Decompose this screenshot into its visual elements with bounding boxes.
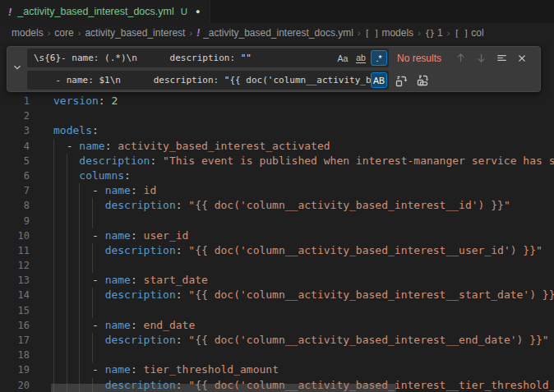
- breadcrumb-item-_activity_based_interest_docs-yml[interactable]: !_activity_based_interest_docs.yml: [196, 27, 353, 39]
- code-token: :: [176, 288, 182, 301]
- line-number: 16: [0, 318, 30, 333]
- regex-button[interactable]: .*: [371, 50, 387, 66]
- code-token: -: [92, 184, 105, 196]
- selection-icon: [496, 52, 508, 64]
- breadcrumb-item-col[interactable]: [ ]col: [454, 27, 483, 39]
- breadcrumb-label: col: [471, 27, 483, 39]
- find-input[interactable]: \s{6}- name: (.*)\n description: "" Aa a…: [27, 48, 389, 67]
- code-line[interactable]: 10 - name: user_id: [0, 228, 554, 243]
- modified-dot-icon[interactable]: ●: [196, 7, 200, 16]
- code-token: columns: [79, 169, 124, 182]
- line-number: 17: [0, 333, 30, 348]
- next-match-button[interactable]: [473, 50, 489, 67]
- breadcrumb-separator: ›: [48, 28, 51, 38]
- code-token: description: [105, 244, 176, 256]
- code-line[interactable]: 15: [0, 303, 554, 318]
- code-token: :: [176, 244, 182, 256]
- editor[interactable]: \s{6}- name: (.*)\n description: "" Aa a…: [0, 43, 554, 392]
- indent-guide: [67, 348, 67, 362]
- code-line[interactable]: 2: [0, 108, 554, 123]
- code-line[interactable]: 13 - name: start_date: [0, 273, 554, 288]
- replace-input[interactable]: - name: $1\n description: "{{ doc('colum…: [27, 71, 389, 90]
- code-line-content: - name: end_date: [30, 318, 554, 333]
- line-number: 20: [0, 378, 30, 392]
- code-token: id: [137, 184, 156, 196]
- code-token: start_date: [137, 274, 208, 286]
- code-token: description: [105, 334, 176, 346]
- indent-guide: [79, 198, 80, 213]
- replace-button[interactable]: [393, 72, 409, 89]
- code-line[interactable]: 11 description: "{{ doc('column__activit…: [0, 243, 554, 258]
- code-line[interactable]: 16 - name: end_date: [0, 318, 554, 333]
- code-token: [53, 319, 92, 331]
- previous-match-button[interactable]: [452, 50, 469, 67]
- code-line[interactable]: 17 description: "{{ doc('column__activit…: [0, 333, 554, 348]
- toggle-replace-button[interactable]: [7, 47, 27, 91]
- indent-guide: [67, 258, 67, 273]
- indent-guide: [53, 154, 54, 168]
- code-line[interactable]: 18: [0, 348, 554, 362]
- code-line[interactable]: 7 - name: id: [0, 183, 554, 198]
- yaml-file-icon: !: [196, 27, 200, 39]
- line-number: 7: [0, 183, 30, 198]
- code-line[interactable]: 9: [0, 214, 554, 228]
- indent-guide: [67, 243, 67, 258]
- replace-input-value[interactable]: - name: $1\n description: "{{ doc('colum…: [27, 75, 371, 85]
- tab-activity-based-interest-docs[interactable]: ! _activity_based_interest_docs.yml U ●: [0, 0, 210, 23]
- code-line[interactable]: 12: [0, 258, 554, 273]
- code-line-content: [30, 348, 554, 362]
- find-input-value[interactable]: \s{6}- name: (.*)\n description: "": [27, 53, 335, 63]
- arrow-up-icon: [455, 52, 467, 64]
- code-token: :: [176, 334, 182, 346]
- code-token: [53, 363, 92, 376]
- breadcrumb-item-activity_based_interest[interactable]: activity_based_interest: [85, 27, 185, 39]
- symbol-array-icon: [ ]: [365, 28, 379, 39]
- indent-guide: [53, 183, 54, 198]
- code-line[interactable]: 14 description: "{{ doc('column__activit…: [0, 288, 554, 302]
- code-line-content: - name: user_id: [30, 228, 554, 243]
- breadcrumb-label: 1: [437, 27, 443, 39]
- preserve-case-button[interactable]: AB: [371, 72, 387, 88]
- indent-guide: [53, 303, 54, 318]
- code-token: name: [79, 140, 104, 152]
- code-line[interactable]: 6 columns:: [0, 168, 554, 183]
- indent-guide: [53, 318, 54, 333]
- code-line-content: description: "{{ doc('column__activity_b…: [30, 288, 554, 302]
- match-case-button[interactable]: Aa: [335, 50, 351, 66]
- code-token: name: [105, 274, 131, 286]
- replace-all-button[interactable]: [414, 72, 431, 89]
- line-number: 13: [0, 273, 30, 288]
- breadcrumb-item-models[interactable]: [ ]models: [365, 27, 414, 39]
- code-line[interactable]: 8 description: "{{ doc('column__activity…: [0, 198, 554, 213]
- breadcrumb-item-core[interactable]: core: [54, 27, 73, 39]
- code-line-content: models:: [30, 123, 554, 138]
- code-token: [53, 229, 92, 242]
- code-line[interactable]: 19 - name: tier_threshold_amount: [0, 362, 554, 377]
- close-button[interactable]: [514, 50, 530, 67]
- code-token: [53, 140, 67, 152]
- code-line[interactable]: 1version: 2: [0, 94, 554, 108]
- code-line[interactable]: 4 - name: activity_based_interest_activa…: [0, 139, 554, 154]
- code-line-content: description: "{{ doc('column__activity_b…: [30, 198, 554, 213]
- code-line[interactable]: 3models:: [0, 123, 554, 138]
- horizontal-scrollbar[interactable]: [51, 384, 396, 392]
- code-token: version: [53, 95, 99, 107]
- code-token: :: [176, 199, 182, 211]
- code-token: activity_based_interest_activated: [111, 140, 330, 152]
- code-token: :: [131, 274, 137, 286]
- line-number: 2: [0, 108, 30, 123]
- match-case-icon: Aa: [338, 53, 349, 63]
- indent-guide: [92, 214, 93, 228]
- code-token: :: [124, 169, 131, 182]
- breadcrumb-item-1[interactable]: {}1: [425, 27, 443, 39]
- indent-guide: [53, 243, 54, 258]
- code-token: name: [105, 363, 131, 376]
- code-token: "{{ doc('column__activity_based_interest…: [182, 288, 554, 301]
- line-number: 1: [0, 94, 30, 108]
- code-line[interactable]: 5 description: "This event is published …: [0, 154, 554, 168]
- code-line-content: [30, 258, 554, 273]
- code-token: description: [105, 199, 176, 211]
- find-in-selection-button[interactable]: [493, 50, 510, 67]
- breadcrumb-item-models[interactable]: models: [12, 27, 44, 39]
- whole-word-button[interactable]: ab: [353, 50, 369, 66]
